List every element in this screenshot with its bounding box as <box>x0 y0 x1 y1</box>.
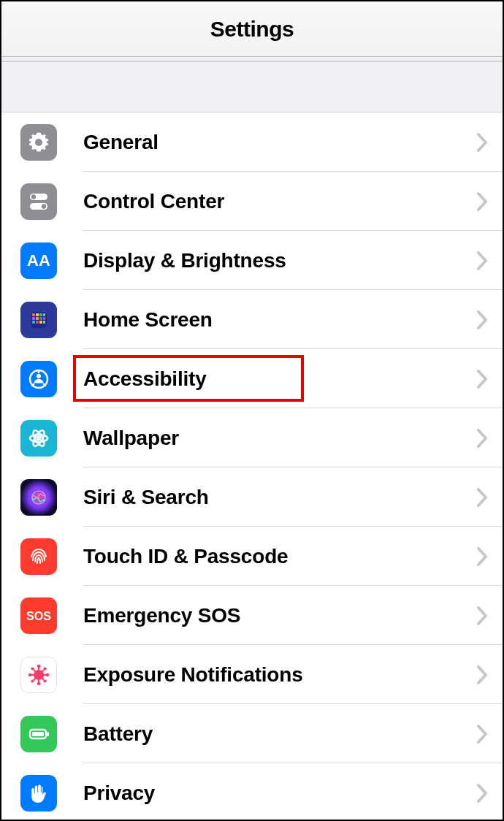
settings-row-label: Privacy <box>83 782 155 805</box>
covid-icon <box>20 657 57 693</box>
hand-icon <box>20 775 57 812</box>
chevron-right-icon <box>476 192 489 211</box>
chevron-right-icon <box>476 488 489 507</box>
settings-row-siri[interactable]: Siri & Search <box>1 467 503 527</box>
settings-row-general[interactable]: General <box>1 112 503 172</box>
settings-row-label: General <box>83 131 159 154</box>
chevron-right-icon <box>476 784 489 803</box>
toggles-icon <box>20 183 57 220</box>
person-circle-icon <box>20 361 57 397</box>
chevron-right-icon <box>476 429 489 448</box>
settings-row-battery[interactable]: Battery <box>1 704 503 763</box>
nav-bar: Settings <box>1 1 503 57</box>
settings-row-label: Display & Brightness <box>83 249 286 272</box>
settings-row-wallpaper[interactable]: Wallpaper <box>1 408 503 467</box>
apps-icon <box>20 302 57 338</box>
section-gap <box>1 61 503 112</box>
settings-row-exposure[interactable]: Exposure Notifications <box>1 645 503 704</box>
chevron-right-icon <box>476 251 489 270</box>
settings-row-homescreen[interactable]: Home Screen <box>1 290 503 349</box>
chevron-right-icon <box>476 370 489 389</box>
settings-row-label: Emergency SOS <box>83 604 240 627</box>
settings-row-label: Accessibility <box>83 367 207 391</box>
settings-row-touchid[interactable]: Touch ID & Passcode <box>1 527 503 586</box>
settings-row-controlcenter[interactable]: Control Center <box>1 172 503 231</box>
settings-row-sos[interactable]: Emergency SOS <box>1 586 503 645</box>
battery-icon <box>20 716 57 752</box>
settings-row-label: Wallpaper <box>83 427 179 450</box>
chevron-right-icon <box>476 606 489 625</box>
chevron-right-icon <box>476 133 489 152</box>
sos-text-icon <box>20 597 57 634</box>
page-title: Settings <box>210 17 294 42</box>
settings-row-label: Siri & Search <box>83 486 209 509</box>
chevron-right-icon <box>476 725 489 744</box>
fingerprint-icon <box>20 538 57 575</box>
aa-icon <box>20 243 57 279</box>
settings-row-label: Touch ID & Passcode <box>83 545 288 568</box>
settings-row-label: Battery <box>83 722 153 746</box>
settings-row-label: Control Center <box>83 190 224 213</box>
settings-row-privacy[interactable]: Privacy <box>1 763 503 821</box>
settings-row-display[interactable]: Display & Brightness <box>1 231 503 290</box>
settings-row-label: Exposure Notifications <box>83 663 303 687</box>
siri-icon <box>20 479 57 516</box>
flower-icon <box>20 420 57 457</box>
chevron-right-icon <box>476 310 489 329</box>
chevron-right-icon <box>476 665 489 684</box>
chevron-right-icon <box>476 547 489 566</box>
settings-row-label: Home Screen <box>83 308 213 332</box>
settings-row-accessibility[interactable]: Accessibility <box>1 349 503 408</box>
gear-icon <box>20 124 57 161</box>
settings-list: GeneralControl CenterDisplay & Brightnes… <box>1 112 503 821</box>
